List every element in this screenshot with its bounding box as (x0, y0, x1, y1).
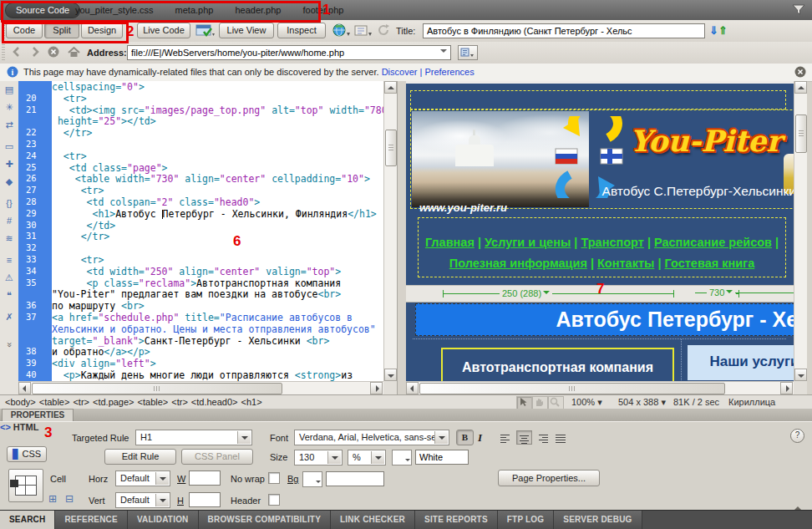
line-numbers-icon[interactable]: # (0, 212, 18, 230)
code-navigator-icon[interactable]: ✳ (0, 99, 18, 116)
nav-link[interactable]: Услуги и цены (485, 236, 571, 249)
tag-selector-item[interactable]: <tr> (73, 397, 89, 407)
design-horizontal-scrollbar[interactable] (406, 381, 794, 394)
window-size-select[interactable]: 504 x 388 ▾ (618, 397, 666, 408)
cell-width-input[interactable] (189, 471, 221, 486)
select-tool-icon[interactable] (516, 396, 532, 409)
tag-selector-item[interactable]: <h1> (241, 397, 262, 407)
stop-icon[interactable] (48, 46, 61, 59)
open-documents-icon[interactable]: ▤ (0, 81, 18, 99)
design-h1-heading[interactable]: Автобус Петербург - Хельсинки (415, 303, 794, 336)
bold-button[interactable]: B (456, 430, 474, 445)
preferences-link[interactable]: Preferences (424, 67, 474, 77)
filter-related-files-icon[interactable] (792, 3, 805, 16)
remove-comment-icon[interactable]: ✗ (0, 308, 18, 326)
horz-align-select[interactable]: Default (115, 471, 170, 486)
source-code-tab[interactable]: Source Code (5, 3, 80, 18)
address-bar-grip[interactable] (2, 44, 5, 61)
tag-selector-item[interactable]: <table> (138, 397, 169, 407)
highlight-invalid-code-icon[interactable]: ≋ (0, 230, 18, 247)
services-heading-cell[interactable]: Наши услуги (688, 345, 794, 380)
bg-color-input[interactable] (326, 471, 384, 486)
live-view-button[interactable]: Live View (219, 23, 274, 38)
design-vertical-scrollbar[interactable] (794, 81, 807, 381)
discover-link[interactable]: Discover (382, 67, 418, 77)
results-tab-server-debug[interactable]: SERVER DEBUG (554, 511, 642, 529)
check-browser-compatibility-icon[interactable] (195, 23, 216, 38)
related-file-tab[interactable]: you_piter_style.css (75, 3, 154, 17)
collapse-full-tag-icon[interactable]: ⇄ (0, 116, 18, 134)
results-tab-browser-compatibility[interactable]: BROWSER COMPATIBILITY (199, 511, 332, 529)
more-icon[interactable]: » (1, 336, 18, 354)
tag-selector-item[interactable]: <td.head0> (191, 397, 238, 407)
italic-button[interactable]: I (478, 431, 482, 445)
header-checkbox[interactable] (268, 494, 280, 506)
refresh-icon[interactable] (378, 24, 390, 37)
nav-link[interactable]: Главная (425, 236, 475, 249)
code-vertical-scrollbar[interactable] (383, 81, 397, 381)
magnification-select[interactable]: 100% ▾ (571, 397, 602, 408)
align-center-icon[interactable] (516, 430, 532, 445)
css-mode-button[interactable]: ▊ CSS (7, 446, 47, 462)
split-cell-icon[interactable]: ⊟ (65, 493, 74, 505)
results-tab-search[interactable]: SEARCH (0, 511, 55, 529)
tag-selector-item[interactable]: <td.page> (93, 397, 134, 407)
cell-height-input[interactable] (189, 492, 221, 507)
live-code-button[interactable]: Live Code (137, 23, 190, 38)
related-file-tab[interactable]: header.php (235, 3, 281, 17)
tag-selector-item[interactable]: <table> (39, 397, 70, 407)
related-file-tab[interactable]: meta.php (175, 3, 214, 17)
edit-rule-button[interactable]: Edit Rule (104, 449, 176, 465)
inspect-button[interactable]: Inspect (277, 23, 326, 38)
nav-link[interactable]: Расписание рейсов (654, 236, 772, 249)
code-horizontal-scrollbar[interactable] (18, 381, 383, 394)
address-dropdown-icon[interactable] (440, 49, 447, 56)
zoom-tool-icon[interactable] (548, 396, 564, 409)
promo-text-cell[interactable]: Автотранспортная компания "You-Piter" пр… (441, 348, 674, 381)
font-select[interactable]: Verdana, Arial, Helvetica, sans-serif (294, 430, 449, 445)
size-unit-select[interactable]: % (348, 450, 386, 465)
text-color-input[interactable] (415, 450, 469, 465)
syntax-error-alerts-icon[interactable]: ⚠ (0, 269, 18, 287)
file-upload-download-icon[interactable]: ⇓⇑ (709, 24, 728, 37)
tag-selector-item[interactable]: <body> (5, 397, 36, 407)
expand-all-icon[interactable]: ✚ (0, 155, 18, 173)
preview-in-browser-icon[interactable] (332, 23, 351, 38)
nav-link[interactable]: Гостевая книга (665, 257, 755, 270)
toolbar-grip[interactable] (2, 23, 5, 39)
document-title-input[interactable] (423, 23, 705, 38)
nav-link[interactable]: Контакты (597, 257, 654, 270)
merge-cells-icon[interactable]: ⊞ (48, 493, 57, 505)
size-select[interactable]: 130 (294, 450, 343, 465)
results-tab-link-checker[interactable]: LINK CHECKER (331, 511, 415, 529)
hand-tool-icon[interactable] (532, 396, 548, 409)
vert-align-select[interactable]: Default (115, 492, 170, 508)
bg-color-swatch[interactable] (302, 471, 322, 487)
nav-link[interactable]: Полезная информация (449, 257, 587, 270)
align-right-icon[interactable] (535, 430, 551, 445)
help-icon[interactable]: ? (790, 429, 804, 443)
code-view-button[interactable]: Code (6, 23, 43, 38)
results-tab-validation[interactable]: VALIDATION (128, 511, 199, 529)
file-management-icon[interactable] (354, 23, 374, 38)
collapse-selection-icon[interactable]: ▭ (0, 138, 18, 155)
forward-icon[interactable] (29, 46, 43, 59)
home-icon[interactable] (68, 46, 81, 59)
nav-link[interactable]: Транспорт (581, 236, 643, 249)
results-tab-ftp-log[interactable]: FTP LOG (498, 511, 555, 529)
select-parent-tag-icon[interactable]: ◆ (0, 173, 18, 191)
design-view-button[interactable]: Design (81, 23, 123, 38)
align-left-icon[interactable] (498, 430, 514, 445)
back-icon[interactable] (11, 46, 24, 59)
text-color-swatch[interactable] (392, 450, 412, 465)
results-tab-reference[interactable]: REFERENCE (55, 511, 127, 529)
align-justify-icon[interactable] (553, 430, 569, 445)
tag-selector-item[interactable]: <tr> (171, 397, 188, 407)
table-width-menu[interactable]: 730 (707, 287, 735, 298)
no-wrap-checkbox[interactable] (268, 472, 280, 484)
balance-braces-icon[interactable]: {} (0, 195, 18, 212)
address-input[interactable] (127, 45, 451, 60)
apply-comment-icon[interactable]: ❝ (0, 287, 18, 304)
split-view-button[interactable]: Split (44, 23, 79, 38)
close-info-bar-icon[interactable] (794, 66, 806, 78)
